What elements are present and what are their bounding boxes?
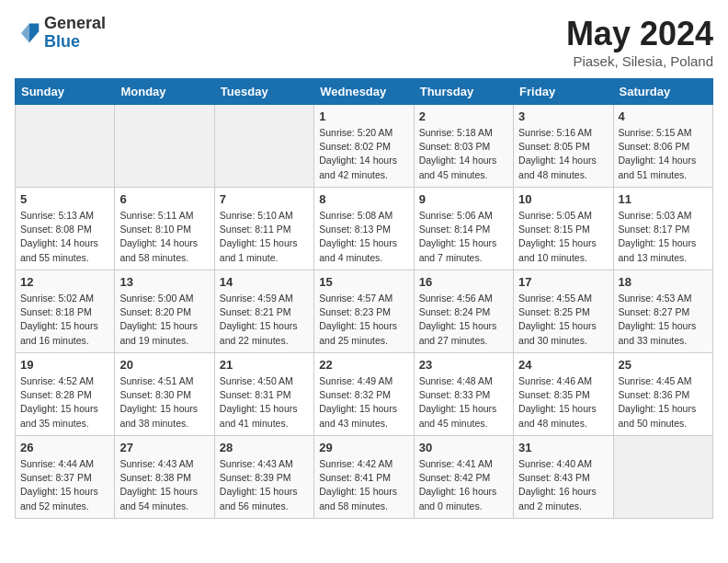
weekday-header: Friday [514, 79, 613, 105]
calendar-cell: 11Sunrise: 5:03 AM Sunset: 8:17 PM Dayli… [613, 188, 712, 270]
weekday-header: Thursday [414, 79, 513, 105]
day-info: Sunrise: 4:49 AM Sunset: 8:32 PM Dayligh… [319, 374, 408, 431]
calendar-body: 1Sunrise: 5:20 AM Sunset: 8:02 PM Daylig… [16, 105, 713, 519]
header: General Blue May 2024 Piasek, Silesia, P… [15, 15, 713, 69]
calendar-cell: 9Sunrise: 5:06 AM Sunset: 8:14 PM Daylig… [414, 188, 513, 270]
day-number: 8 [319, 192, 408, 206]
calendar-cell: 18Sunrise: 4:53 AM Sunset: 8:27 PM Dayli… [613, 270, 712, 353]
day-info: Sunrise: 4:46 AM Sunset: 8:35 PM Dayligh… [518, 374, 608, 431]
calendar-cell: 1Sunrise: 5:20 AM Sunset: 8:02 PM Daylig… [314, 105, 414, 188]
calendar-week-row: 1Sunrise: 5:20 AM Sunset: 8:02 PM Daylig… [16, 105, 713, 188]
day-info: Sunrise: 5:05 AM Sunset: 8:15 PM Dayligh… [518, 209, 608, 265]
weekday-header: Monday [115, 79, 214, 105]
logo: General Blue [15, 15, 106, 52]
day-info: Sunrise: 5:02 AM Sunset: 8:18 PM Dayligh… [20, 292, 109, 348]
day-info: Sunrise: 4:40 AM Sunset: 8:43 PM Dayligh… [518, 457, 608, 513]
day-info: Sunrise: 5:18 AM Sunset: 8:03 PM Dayligh… [419, 126, 508, 182]
svg-marker-1 [21, 23, 29, 42]
day-number: 19 [20, 358, 109, 372]
day-info: Sunrise: 4:52 AM Sunset: 8:28 PM Dayligh… [20, 374, 109, 431]
calendar-cell: 16Sunrise: 4:56 AM Sunset: 8:24 PM Dayli… [414, 270, 513, 353]
day-info: Sunrise: 5:16 AM Sunset: 8:05 PM Dayligh… [518, 126, 608, 182]
calendar-header: SundayMondayTuesdayWednesdayThursdayFrid… [16, 79, 713, 105]
logo-general: General [44, 14, 106, 32]
day-info: Sunrise: 5:13 AM Sunset: 8:08 PM Dayligh… [20, 209, 109, 265]
day-number: 6 [119, 192, 209, 206]
day-number: 5 [20, 192, 109, 206]
day-number: 20 [119, 358, 209, 372]
logo-blue: Blue [44, 32, 80, 51]
day-number: 3 [518, 109, 608, 123]
day-number: 13 [119, 275, 209, 289]
calendar-cell: 4Sunrise: 5:15 AM Sunset: 8:06 PM Daylig… [613, 105, 712, 188]
day-info: Sunrise: 5:03 AM Sunset: 8:17 PM Dayligh… [619, 209, 708, 265]
calendar-title: May 2024 [566, 15, 713, 53]
day-number: 4 [619, 109, 708, 123]
day-info: Sunrise: 5:15 AM Sunset: 8:06 PM Dayligh… [619, 126, 708, 182]
weekday-header: Tuesday [214, 79, 313, 105]
calendar-cell [115, 105, 214, 188]
weekday-header: Saturday [613, 79, 712, 105]
calendar-cell: 5Sunrise: 5:13 AM Sunset: 8:08 PM Daylig… [16, 188, 115, 270]
day-number: 25 [619, 358, 708, 372]
day-info: Sunrise: 4:44 AM Sunset: 8:37 PM Dayligh… [20, 457, 109, 513]
calendar-cell: 25Sunrise: 4:45 AM Sunset: 8:36 PM Dayli… [613, 353, 712, 436]
day-info: Sunrise: 5:00 AM Sunset: 8:20 PM Dayligh… [119, 292, 209, 348]
calendar-week-row: 12Sunrise: 5:02 AM Sunset: 8:18 PM Dayli… [16, 270, 713, 353]
day-number: 22 [319, 358, 408, 372]
weekday-row: SundayMondayTuesdayWednesdayThursdayFrid… [16, 79, 713, 105]
day-number: 29 [319, 441, 408, 454]
day-info: Sunrise: 4:45 AM Sunset: 8:36 PM Dayligh… [619, 374, 708, 431]
day-number: 27 [119, 441, 209, 454]
day-info: Sunrise: 4:55 AM Sunset: 8:25 PM Dayligh… [518, 292, 608, 348]
calendar-week-row: 19Sunrise: 4:52 AM Sunset: 8:28 PM Dayli… [16, 353, 713, 436]
day-number: 15 [319, 275, 408, 289]
calendar-cell: 24Sunrise: 4:46 AM Sunset: 8:35 PM Dayli… [514, 353, 613, 436]
calendar-cell [613, 436, 712, 519]
calendar-table: SundayMondayTuesdayWednesdayThursdayFrid… [15, 78, 713, 519]
day-number: 17 [518, 275, 608, 289]
day-info: Sunrise: 4:42 AM Sunset: 8:41 PM Dayligh… [319, 457, 408, 513]
calendar-cell [214, 105, 313, 188]
calendar-cell: 30Sunrise: 4:41 AM Sunset: 8:42 PM Dayli… [414, 436, 513, 519]
day-info: Sunrise: 4:57 AM Sunset: 8:23 PM Dayligh… [319, 292, 408, 348]
day-info: Sunrise: 4:59 AM Sunset: 8:21 PM Dayligh… [220, 292, 309, 348]
day-info: Sunrise: 4:50 AM Sunset: 8:31 PM Dayligh… [220, 374, 309, 431]
day-info: Sunrise: 5:11 AM Sunset: 8:10 PM Dayligh… [119, 209, 209, 265]
calendar-cell: 8Sunrise: 5:08 AM Sunset: 8:13 PM Daylig… [314, 188, 414, 270]
calendar-cell: 3Sunrise: 5:16 AM Sunset: 8:05 PM Daylig… [514, 105, 613, 188]
day-info: Sunrise: 4:53 AM Sunset: 8:27 PM Dayligh… [619, 292, 708, 348]
day-info: Sunrise: 4:43 AM Sunset: 8:38 PM Dayligh… [119, 457, 209, 513]
calendar-cell: 20Sunrise: 4:51 AM Sunset: 8:30 PM Dayli… [115, 353, 214, 436]
calendar-cell: 27Sunrise: 4:43 AM Sunset: 8:38 PM Dayli… [115, 436, 214, 519]
calendar-cell [16, 105, 115, 188]
day-info: Sunrise: 4:43 AM Sunset: 8:39 PM Dayligh… [220, 457, 309, 513]
calendar-cell: 29Sunrise: 4:42 AM Sunset: 8:41 PM Dayli… [314, 436, 414, 519]
calendar-cell: 28Sunrise: 4:43 AM Sunset: 8:39 PM Dayli… [214, 436, 313, 519]
day-number: 23 [419, 358, 508, 372]
calendar-cell: 22Sunrise: 4:49 AM Sunset: 8:32 PM Dayli… [314, 353, 414, 436]
day-number: 31 [518, 441, 608, 454]
calendar-cell: 17Sunrise: 4:55 AM Sunset: 8:25 PM Dayli… [514, 270, 613, 353]
day-number: 18 [619, 275, 708, 289]
day-number: 9 [419, 192, 508, 206]
weekday-header: Sunday [16, 79, 115, 105]
calendar-cell: 15Sunrise: 4:57 AM Sunset: 8:23 PM Dayli… [314, 270, 414, 353]
calendar-cell: 31Sunrise: 4:40 AM Sunset: 8:43 PM Dayli… [514, 436, 613, 519]
day-number: 2 [419, 109, 508, 123]
calendar-cell: 6Sunrise: 5:11 AM Sunset: 8:10 PM Daylig… [115, 188, 214, 270]
calendar-cell: 23Sunrise: 4:48 AM Sunset: 8:33 PM Dayli… [414, 353, 513, 436]
day-number: 14 [220, 275, 309, 289]
day-info: Sunrise: 4:51 AM Sunset: 8:30 PM Dayligh… [119, 374, 209, 431]
day-info: Sunrise: 4:56 AM Sunset: 8:24 PM Dayligh… [419, 292, 508, 348]
calendar-cell: 12Sunrise: 5:02 AM Sunset: 8:18 PM Dayli… [16, 270, 115, 353]
day-info: Sunrise: 5:10 AM Sunset: 8:11 PM Dayligh… [220, 209, 309, 265]
day-number: 16 [419, 275, 508, 289]
day-info: Sunrise: 5:08 AM Sunset: 8:13 PM Dayligh… [319, 209, 408, 265]
day-number: 1 [319, 109, 408, 123]
calendar-week-row: 5Sunrise: 5:13 AM Sunset: 8:08 PM Daylig… [16, 188, 713, 270]
calendar-cell: 7Sunrise: 5:10 AM Sunset: 8:11 PM Daylig… [214, 188, 313, 270]
calendar-cell: 2Sunrise: 5:18 AM Sunset: 8:03 PM Daylig… [414, 105, 513, 188]
day-number: 28 [220, 441, 309, 454]
day-number: 21 [220, 358, 309, 372]
